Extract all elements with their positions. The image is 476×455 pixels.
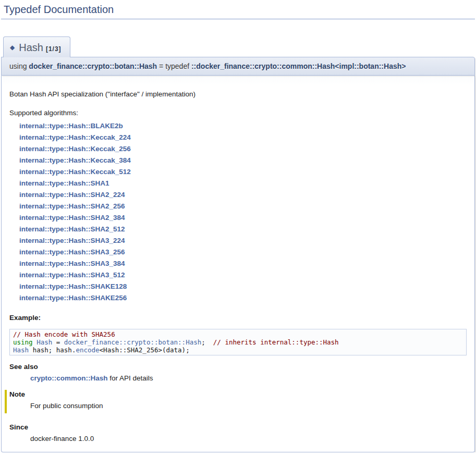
member-title-tab: ◆Hash[1/3] bbox=[3, 36, 70, 57]
typedef-documentation-section: Typedef Documentation ◆Hash[1/3] using d… bbox=[0, 3, 476, 452]
algorithm-link[interactable]: internal::type::Hash::SHA3_512 bbox=[19, 269, 125, 281]
code-line: Hash hash; hash.encode<Hash::SHA2_256>(d… bbox=[13, 346, 463, 354]
member-description: Botan Hash API specialization ("interfac… bbox=[9, 90, 467, 99]
code-text: <Hash::SHA2_256>(data); bbox=[100, 346, 190, 354]
see-also-label: See also bbox=[9, 362, 467, 371]
since-text: docker-finance 1.0.0 bbox=[30, 434, 467, 443]
code-example-block: // Hash encode with SHA256 using Hash = … bbox=[9, 329, 467, 355]
proto-typedef-name: docker_finance::crypto::botan::Hash bbox=[29, 62, 157, 70]
proto-equals-typedef: = typedef bbox=[157, 62, 191, 70]
code-line: using Hash = docker_finance::crypto::bot… bbox=[13, 338, 463, 346]
note-text: For public consumption bbox=[30, 401, 467, 410]
algorithm-link[interactable]: internal::type::Hash::Keccak_224 bbox=[19, 132, 131, 143]
member-documentation: Botan Hash API specialization ("interfac… bbox=[1, 76, 475, 452]
algorithm-link[interactable]: internal::type::Hash::SHAKE256 bbox=[19, 292, 127, 304]
code-link-encode-method[interactable]: encode bbox=[76, 346, 99, 354]
algorithm-link[interactable]: internal::type::Hash::SHA3_384 bbox=[19, 258, 125, 269]
algorithm-link[interactable]: internal::type::Hash::SHA3_224 bbox=[19, 235, 125, 247]
code-text: = bbox=[52, 338, 64, 346]
see-also-content: crypto::common::Hash for API details bbox=[30, 374, 467, 383]
code-text: ; bbox=[201, 338, 213, 346]
code-comment: // Hash encode with SHA256 bbox=[13, 330, 115, 338]
algorithm-link[interactable]: internal::type::Hash::BLAKE2b bbox=[19, 120, 123, 132]
since-label: Since bbox=[9, 423, 467, 432]
algorithm-link[interactable]: internal::type::Hash::SHA2_512 bbox=[19, 224, 125, 235]
member-item-hash: ◆Hash[1/3] using docker_finance::crypto:… bbox=[1, 36, 475, 452]
algorithm-link-list: internal::type::Hash::BLAKE2b internal::… bbox=[19, 120, 467, 304]
proto-using-keyword: using bbox=[9, 62, 29, 70]
algorithm-link[interactable]: internal::type::Hash::Keccak_384 bbox=[19, 155, 131, 166]
proto-target-type-link[interactable]: ::docker_finance::crypto::common::Hash<i… bbox=[191, 62, 406, 70]
algorithm-link[interactable]: internal::type::Hash::SHA2_256 bbox=[19, 201, 125, 212]
note-label: Note bbox=[9, 390, 467, 399]
algorithm-link[interactable]: internal::type::Hash::Keccak_256 bbox=[19, 143, 131, 155]
code-link-hash-type[interactable]: Hash bbox=[13, 346, 29, 354]
section-title: Typedef Documentation bbox=[1, 3, 475, 19]
code-comment: // inherits internal::type::Hash bbox=[213, 338, 339, 346]
see-also-suffix: for API details bbox=[108, 374, 153, 382]
code-text: hash; hash. bbox=[29, 346, 76, 354]
member-name: Hash bbox=[19, 42, 43, 53]
supported-algorithms-label: Supported algorithms: bbox=[9, 108, 467, 117]
algorithm-link[interactable]: internal::type::Hash::SHA1 bbox=[19, 178, 109, 189]
note-section: Note For public consumption bbox=[5, 390, 467, 413]
algorithm-link[interactable]: internal::type::Hash::SHA3_256 bbox=[19, 247, 125, 258]
see-also-link[interactable]: crypto::common::Hash bbox=[30, 374, 108, 382]
since-section: Since docker-finance 1.0.0 bbox=[9, 423, 467, 443]
code-link-botan-hash[interactable]: docker_finance::crypto::botan::Hash bbox=[64, 338, 201, 346]
permalink-anchor-icon[interactable]: ◆ bbox=[10, 44, 15, 51]
overload-badge: [1/3] bbox=[46, 45, 62, 53]
example-label: Example: bbox=[9, 313, 467, 322]
member-prototype: using docker_finance::crypto::botan::Has… bbox=[1, 57, 475, 76]
code-keyword: using bbox=[13, 338, 36, 346]
algorithm-link[interactable]: internal::type::Hash::Keccak_512 bbox=[19, 166, 131, 178]
code-line: // Hash encode with SHA256 bbox=[13, 330, 463, 338]
algorithm-link[interactable]: internal::type::Hash::SHA2_384 bbox=[19, 212, 125, 224]
see-also-section: See also crypto::common::Hash for API de… bbox=[9, 362, 467, 383]
algorithm-link[interactable]: internal::type::Hash::SHA2_224 bbox=[19, 189, 125, 201]
code-link-hash-type[interactable]: Hash bbox=[36, 338, 52, 346]
algorithm-link[interactable]: internal::type::Hash::SHAKE128 bbox=[19, 281, 127, 292]
